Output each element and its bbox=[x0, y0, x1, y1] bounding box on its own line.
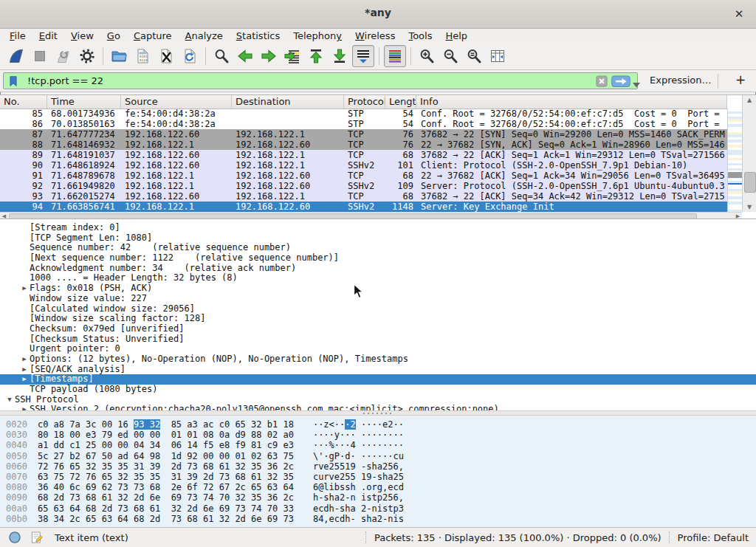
zoom-reset-icon[interactable] bbox=[463, 45, 485, 67]
profile-label[interactable]: Profile: Default bbox=[678, 532, 749, 543]
capture-start-icon[interactable] bbox=[5, 45, 27, 67]
menu-view[interactable]: View bbox=[64, 30, 100, 42]
detail-row[interactable]: Sequence number: 42 (relative sequence n… bbox=[0, 243, 756, 253]
column-header-no[interactable]: No. bbox=[0, 95, 47, 109]
zoom-out-icon[interactable] bbox=[439, 45, 461, 67]
filter-history-dropdown-icon[interactable] bbox=[632, 78, 641, 85]
detail-row[interactable]: ▶Flags: 0x018 (PSH, ACK) bbox=[0, 283, 756, 294]
menu-wireless[interactable]: Wireless bbox=[348, 30, 402, 42]
expander-right-icon[interactable]: ▶ bbox=[19, 365, 30, 375]
hex-bytes[interactable]: 63 75 72 76 65 32 35 35 31 39 2d 73 68 6… bbox=[38, 472, 294, 482]
hex-row-0070[interactable]: 007063 75 72 76 65 32 35 35 31 39 2d 73 … bbox=[6, 472, 756, 482]
auto-scroll-icon[interactable] bbox=[352, 45, 374, 67]
detail-row[interactable]: Urgent pointer: 0 bbox=[0, 344, 756, 354]
column-header-destination[interactable]: Destination bbox=[232, 95, 344, 109]
expander-right-icon[interactable]: ▶ bbox=[19, 374, 30, 385]
detail-row[interactable]: ▶[SEQ/ACK analysis] bbox=[0, 365, 756, 375]
column-header-time[interactable]: Time bbox=[47, 95, 121, 109]
packet-row-87[interactable]: 8771.647777234192.168.122.60192.168.122.… bbox=[0, 129, 727, 140]
window-close-button[interactable]: ✕ bbox=[731, 6, 747, 22]
go-forward-icon[interactable] bbox=[258, 45, 280, 67]
packet-row-92[interactable]: 9271.661949820192.168.122.1192.168.122.6… bbox=[0, 181, 727, 191]
menu-statistics[interactable]: Statistics bbox=[230, 30, 286, 42]
detail-row[interactable]: TCP payload (1080 bytes) bbox=[0, 385, 756, 395]
menu-help[interactable]: Help bbox=[439, 30, 474, 42]
detail-row[interactable]: ▶Options: (12 bytes), No-Operation (NOP)… bbox=[0, 354, 756, 365]
hex-ascii[interactable]: ····y··· ········ bbox=[294, 430, 404, 440]
hex-ascii[interactable]: 84,ecdh- sha2-nis bbox=[294, 514, 404, 524]
filter-bookmark-icon[interactable] bbox=[7, 75, 20, 88]
add-filter-button[interactable]: + bbox=[735, 72, 746, 87]
column-header-source[interactable]: Source bbox=[121, 95, 232, 109]
expander-right-icon[interactable]: ▶ bbox=[19, 354, 30, 365]
menu-file[interactable]: File bbox=[3, 30, 32, 42]
apply-filter-icon[interactable] bbox=[611, 75, 630, 88]
colorize-icon[interactable] bbox=[384, 45, 406, 67]
expander-right-icon[interactable]: ▶ bbox=[19, 283, 30, 294]
hex-bytes[interactable]: 80 18 00 e3 79 ed 00 00 01 01 08 0a d9 8… bbox=[38, 430, 294, 440]
expander-down-icon[interactable]: ▼ bbox=[4, 395, 15, 405]
packet-row-85[interactable]: 8568.001734936fe:54:00:d4:38:2aSTP54Conf… bbox=[0, 109, 727, 119]
hex-bytes[interactable]: 38 34 2c 65 63 64 68 2d 73 68 61 32 2d 6… bbox=[38, 514, 294, 524]
capture-restart-icon[interactable] bbox=[52, 45, 75, 67]
hex-row-0050[interactable]: 00505c 27 b2 67 50 ad 64 98 1d 92 00 00 … bbox=[6, 451, 756, 461]
menu-go[interactable]: Go bbox=[100, 30, 127, 42]
hex-row-0080[interactable]: 008036 40 6c 69 62 73 73 68 2e 6f 72 67 … bbox=[6, 482, 756, 492]
clear-filter-icon[interactable] bbox=[595, 75, 608, 88]
hex-bytes[interactable]: 72 76 65 32 35 35 31 39 2d 73 68 61 32 3… bbox=[38, 461, 294, 472]
packet-row-89[interactable]: 8971.648191037192.168.122.60192.168.122.… bbox=[0, 150, 727, 160]
hex-bytes[interactable]: 65 63 64 68 2d 73 68 61 32 2d 6e 69 73 7… bbox=[38, 503, 294, 514]
menu-edit[interactable]: Edit bbox=[32, 30, 64, 42]
column-header-info[interactable]: Info bbox=[416, 95, 727, 109]
hex-row-0030[interactable]: 003080 18 00 e3 79 ed 00 00 01 01 08 0a … bbox=[6, 430, 756, 440]
pane-splitter[interactable] bbox=[0, 410, 756, 416]
resize-columns-icon[interactable] bbox=[487, 45, 509, 67]
capture-comment-icon[interactable] bbox=[30, 530, 44, 545]
capture-options-icon[interactable] bbox=[76, 45, 98, 67]
hex-bytes[interactable]: 68 2d 73 68 61 32 2d 6e 69 73 74 70 32 3… bbox=[38, 492, 294, 503]
detail-row[interactable]: [Stream index: 0] bbox=[0, 223, 756, 233]
go-last-icon[interactable] bbox=[329, 45, 351, 67]
menu-analyze[interactable]: Analyze bbox=[179, 30, 230, 42]
detail-row[interactable]: 1000 .... = Header Length: 32 bytes (8) bbox=[0, 273, 756, 283]
hex-row-0020[interactable]: 0020c0 a8 7a 3c 00 16 93 32 85 a3 ac c0 … bbox=[6, 419, 756, 430]
detail-row[interactable]: ▶SSH Version 2 (encryption:chacha20-poly… bbox=[0, 405, 756, 410]
hex-bytes[interactable]: 5c 27 b2 67 50 ad 64 98 1d 92 00 00 01 0… bbox=[38, 451, 294, 461]
hex-ascii[interactable]: \'·gP·d· ······cu bbox=[294, 451, 404, 461]
hex-ascii[interactable]: ··z<···2 ····e2·· bbox=[294, 419, 404, 430]
hex-row-00b0[interactable]: 00b038 34 2c 65 63 64 68 2d 73 68 61 32 … bbox=[6, 514, 756, 524]
detail-row[interactable]: [Next sequence number: 1122 (relative se… bbox=[0, 253, 756, 264]
detail-row[interactable]: [Window size scaling factor: 128] bbox=[0, 314, 756, 324]
scroll-down-icon[interactable]: ▼ bbox=[743, 202, 756, 212]
hex-bytes[interactable]: a1 dd c1 25 00 00 04 34 06 14 f5 e8 f9 8… bbox=[38, 440, 294, 450]
expert-info-icon[interactable] bbox=[7, 530, 22, 545]
detail-row[interactable]: ▼SSH Protocol bbox=[0, 395, 756, 405]
go-back-icon[interactable] bbox=[234, 45, 256, 67]
file-close-icon[interactable] bbox=[155, 45, 177, 67]
hex-row-0090[interactable]: 009068 2d 73 68 61 32 2d 6e 69 73 74 70 … bbox=[6, 492, 756, 503]
hex-bytes[interactable]: 36 40 6c 69 62 73 73 68 2e 6f 72 67 2c 6… bbox=[38, 482, 294, 492]
display-filter-input[interactable] bbox=[3, 72, 638, 89]
column-header-length[interactable]: Length bbox=[385, 95, 416, 109]
find-packet-icon[interactable] bbox=[210, 45, 233, 67]
expression-button[interactable]: Expression… bbox=[650, 75, 712, 86]
hex-row-0060[interactable]: 006072 76 65 32 35 35 31 39 2d 73 68 61 … bbox=[6, 461, 756, 472]
file-reload-icon[interactable] bbox=[179, 45, 201, 67]
scroll-up-icon[interactable]: ▲ bbox=[743, 95, 756, 105]
detail-row[interactable]: [Calculated window size: 29056] bbox=[0, 304, 756, 314]
packet-row-91[interactable]: 9171.648789678192.168.122.1192.168.122.6… bbox=[0, 171, 727, 181]
detail-row[interactable]: Checksum: 0x79ed [unverified] bbox=[0, 324, 756, 334]
packet-row-94[interactable]: 9471.663856741192.168.122.1192.168.122.6… bbox=[0, 202, 727, 212]
hex-ascii[interactable]: ···%···4 ········ bbox=[294, 440, 404, 450]
detail-row[interactable]: [Checksum Status: Unverified] bbox=[0, 334, 756, 345]
go-first-icon[interactable] bbox=[305, 45, 327, 67]
packet-row-86[interactable]: 8670.013850163fe:54:00:d4:38:2aSTP54Conf… bbox=[0, 119, 727, 129]
capture-stop-icon[interactable] bbox=[29, 45, 51, 67]
detail-row[interactable]: ▶[Timestamps] bbox=[0, 374, 756, 385]
detail-row[interactable]: Window size value: 227 bbox=[0, 294, 756, 304]
packet-row-88[interactable]: 8871.648146932192.168.122.1192.168.122.6… bbox=[0, 140, 727, 150]
menu-telephony[interactable]: Telephony bbox=[286, 30, 348, 42]
menu-capture[interactable]: Capture bbox=[127, 30, 179, 42]
vscroll-thumb[interactable] bbox=[744, 172, 756, 193]
titlebar[interactable]: *any ✕ bbox=[0, 0, 756, 29]
